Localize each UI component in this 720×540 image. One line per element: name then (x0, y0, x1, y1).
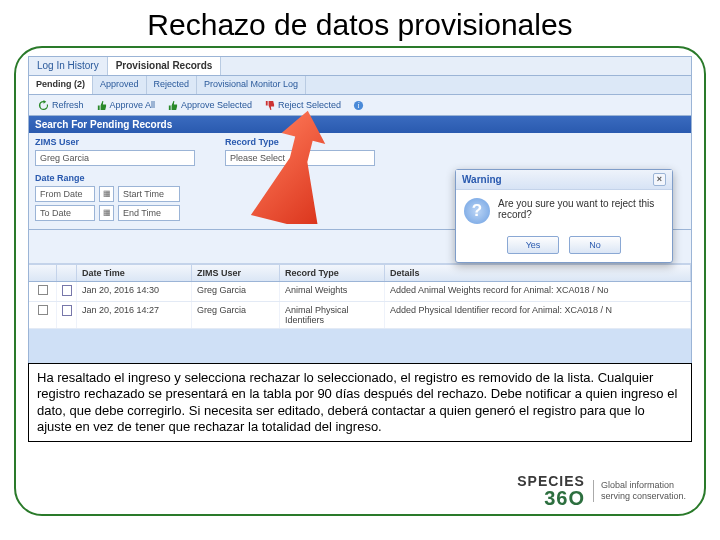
info-icon: i (353, 100, 364, 111)
cell-datetime: Jan 20, 2016 14:27 (77, 302, 192, 328)
cell-recordtype: Animal Physical Identifiers (280, 302, 385, 328)
row-checkbox[interactable] (38, 285, 48, 295)
slide-title: Rechazo de datos provisionales (0, 0, 720, 46)
brand-tag-line2: serving conservation. (601, 491, 686, 502)
from-date-input[interactable]: From Date (35, 186, 95, 202)
col-details[interactable]: Details (385, 265, 691, 281)
record-type-label: Record Type (225, 137, 375, 147)
table-row[interactable]: Jan 20, 2016 14:27 Greg Garcia Animal Ph… (29, 302, 691, 329)
col-user[interactable]: ZIMS User (192, 265, 280, 281)
document-icon (62, 285, 72, 296)
thumbs-up-icon (96, 100, 107, 111)
thumbs-up-icon (167, 100, 178, 111)
question-icon: ? (464, 198, 490, 224)
to-date-input[interactable]: To Date (35, 205, 95, 221)
slide-frame: Log In History Provisional Records Pendi… (14, 46, 706, 516)
refresh-icon (38, 100, 49, 111)
brand-name-bottom: 36O (517, 488, 585, 508)
brand-tag-line1: Global information (601, 480, 686, 491)
tab-login-history[interactable]: Log In History (29, 57, 108, 75)
cell-user: Greg Garcia (192, 282, 280, 301)
subtab-pending[interactable]: Pending (2) (29, 76, 93, 94)
toolbar: Refresh Approve All Approve Selected Rej… (29, 95, 691, 116)
caption-text: Ha resaltado el ingreso y selecciona rec… (28, 363, 692, 442)
warning-dialog: Warning × ? Are you sure you want to rej… (455, 169, 673, 263)
search-header: Search For Pending Records (29, 116, 691, 133)
dialog-title: Warning (462, 174, 502, 185)
subtab-monitor-log[interactable]: Provisional Monitor Log (197, 76, 306, 94)
from-date-picker-icon[interactable]: ▦ (99, 186, 114, 202)
brand-logo-icon: SPECIES 36O (517, 474, 585, 508)
brand-tagline: Global information serving conservation. (593, 480, 686, 502)
no-button[interactable]: No (569, 236, 621, 254)
cell-details: Added Animal Weights record for Animal: … (385, 282, 691, 301)
zims-user-label: ZIMS User (35, 137, 195, 147)
table-row[interactable]: Jan 20, 2016 14:30 Greg Garcia Animal We… (29, 282, 691, 302)
sub-tabs: Pending (2) Approved Rejected Provisiona… (29, 76, 691, 95)
tab-provisional-records[interactable]: Provisional Records (108, 57, 222, 75)
refresh-button[interactable]: Refresh (33, 98, 89, 113)
subtab-approved[interactable]: Approved (93, 76, 147, 94)
reject-selected-label: Reject Selected (278, 100, 341, 110)
close-icon: × (657, 174, 662, 184)
refresh-label: Refresh (52, 100, 84, 110)
cell-details: Added Physical Identifier record for Ani… (385, 302, 691, 328)
approve-all-label: Approve All (110, 100, 156, 110)
dialog-message: Are you sure you want to reject this rec… (498, 198, 664, 220)
to-date-picker-icon[interactable]: ▦ (99, 205, 114, 221)
grid-header: Date Time ZIMS User Record Type Details (29, 264, 691, 282)
start-time-input[interactable]: Start Time (118, 186, 180, 202)
yes-button[interactable]: Yes (507, 236, 559, 254)
approve-selected-label: Approve Selected (181, 100, 252, 110)
col-recordtype[interactable]: Record Type (280, 265, 385, 281)
reject-selected-button[interactable]: Reject Selected (259, 98, 346, 113)
row-checkbox[interactable] (38, 305, 48, 315)
cell-recordtype: Animal Weights (280, 282, 385, 301)
brand-block: SPECIES 36O Global information serving c… (517, 474, 686, 508)
record-type-select[interactable]: Please Select (225, 150, 375, 166)
subtab-rejected[interactable]: Rejected (147, 76, 198, 94)
document-icon (62, 305, 72, 316)
end-time-input[interactable]: End Time (118, 205, 180, 221)
dialog-close-button[interactable]: × (653, 173, 666, 186)
col-datetime[interactable]: Date Time (77, 265, 192, 281)
app-screenshot: Log In History Provisional Records Pendi… (28, 56, 692, 386)
thumbs-down-icon (264, 100, 275, 111)
top-tabs: Log In History Provisional Records (29, 57, 691, 76)
info-button[interactable]: i (348, 98, 369, 113)
zims-user-select[interactable]: Greg Garcia (35, 150, 195, 166)
svg-text:i: i (358, 101, 360, 110)
approve-all-button[interactable]: Approve All (91, 98, 161, 113)
date-range-label: Date Range (35, 173, 195, 183)
cell-datetime: Jan 20, 2016 14:30 (77, 282, 192, 301)
approve-selected-button[interactable]: Approve Selected (162, 98, 257, 113)
cell-user: Greg Garcia (192, 302, 280, 328)
